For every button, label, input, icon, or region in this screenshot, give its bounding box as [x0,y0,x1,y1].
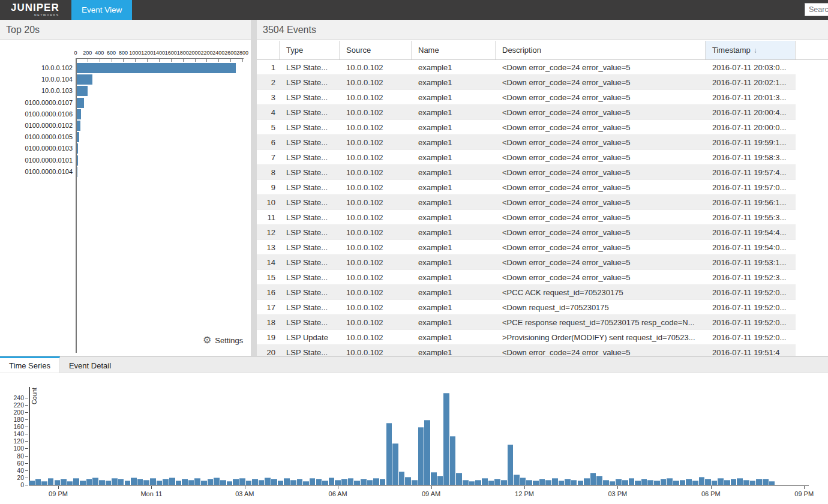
timeseries-bar [239,478,245,485]
cell-name: example1 [412,105,496,119]
column-header-description[interactable]: Description [496,41,706,59]
table-row[interactable]: 16LSP State...10.0.0.102example1<PCC ACK… [257,285,796,300]
table-row[interactable]: 20LSP State...10.0.0.102example1<Down er… [257,345,796,356]
table-row[interactable]: 11LSP State...10.0.0.102example1<Down er… [257,210,796,225]
cell-name: example1 [412,345,496,356]
timeseries-bar [201,481,207,485]
timeseries-bar [176,481,182,485]
nav-tab-event-view[interactable]: Event View [71,0,132,20]
cell-source: 10.0.0.102 [340,225,412,239]
column-header-type[interactable]: Type [280,41,340,59]
cell-source: 10.0.0.102 [340,120,412,134]
table-row[interactable]: 13LSP State...10.0.0.102example1<Down er… [257,240,796,255]
timeseries-bar [469,481,475,485]
cell-description: <Down error_code=24 error_value=5 [496,255,706,269]
timeseries-bar [526,480,532,485]
timeseries-bar [284,478,290,485]
cell-source: 10.0.0.102 [340,300,412,314]
table-row[interactable]: 8LSP State...10.0.0.102example1<Down err… [257,165,796,180]
timeseries-y-tick [25,456,28,457]
table-row[interactable]: 7LSP State...10.0.0.102example1<Down err… [257,150,796,165]
timeseries-y-tick-label: 80 [0,452,24,460]
timeseries-bar [712,481,718,485]
cell-name: example1 [412,300,496,314]
column-header-name[interactable]: Name [412,41,496,59]
cell-type: LSP State... [280,300,340,314]
cell-source: 10.0.0.102 [340,180,412,194]
timeseries-bar [137,479,143,485]
timeseries-y-tick [25,398,28,398]
cell-timestamp: 2016-07-11 19:52:0... [706,300,796,314]
top20-axis-tick [230,58,231,62]
timeseries-bar [463,480,469,485]
cell-name: example1 [412,255,496,269]
top20-category-label: 0100.0000.0104 [0,168,73,175]
timeseries-bar [616,479,622,485]
timeseries-y-tick [25,441,28,442]
timeseries-bar [756,479,762,485]
timeseries-bar [252,479,258,485]
timeseries-x-axis-line [29,485,809,486]
cell-timestamp: 2016-07-11 20:03:0... [706,60,796,74]
cell-name: example1 [412,180,496,194]
cell-description: <Down error_code=24 error_value=5 [496,150,706,164]
column-header-rownum[interactable] [257,41,280,59]
table-row[interactable]: 6LSP State...10.0.0.102example1<Down err… [257,135,796,150]
timeseries-bar [743,480,749,485]
cell-description: <PCE response request_id=705230175 resp_… [496,315,706,329]
tab-event-detail[interactable]: Event Detail [60,356,120,373]
settings-button[interactable]: ⚙ Settings [203,335,243,346]
cell-type: LSP State... [280,180,340,194]
timeseries-bar [233,479,239,485]
table-row[interactable]: 4LSP State...10.0.0.102example1<Down err… [257,105,796,120]
timeseries-y-tick-label: 180 [0,416,24,423]
cell-description: <Down error_code=24 error_value=5 [496,105,706,119]
timeseries-x-tick-label: 03 AM [227,490,263,497]
timeseries-bar [488,481,494,485]
table-row[interactable]: 9LSP State...10.0.0.102example1<Down err… [257,180,796,195]
table-row[interactable]: 17LSP State...10.0.0.102example1<Down re… [257,300,796,315]
table-row[interactable]: 14LSP State...10.0.0.102example1<Down er… [257,255,796,270]
cell-name: example1 [412,120,496,134]
timeseries-bar [227,481,233,485]
table-row[interactable]: 3LSP State...10.0.0.102example1<Down err… [257,90,796,105]
timeseries-bar [143,480,149,485]
table-row[interactable]: 18LSP State...10.0.0.102example1<PCE res… [257,315,796,330]
timeseries-bar [67,481,73,485]
timeseries-x-tick-label: 06 AM [320,490,356,497]
timeseries-bar [596,476,602,485]
timeseries-y-tick-label: 220 [0,401,24,409]
table-row[interactable]: 2LSP State...10.0.0.102example1<Down err… [257,75,796,90]
top20-bar [77,167,77,177]
timeseries-y-tick-label: 240 [0,394,24,401]
top20-panel-title: Top 20s [0,20,251,40]
juniper-logo-text: JUNIPER [11,2,59,13]
cell-type: LSP State... [280,120,340,134]
table-row[interactable]: 1LSP State...10.0.0.102example1<Down err… [257,60,796,75]
column-header-source[interactable]: Source [340,41,412,59]
column-header-timestamp-label: Timestamp [712,46,751,55]
timeseries-bar [182,479,188,485]
timeseries-bar [150,478,156,485]
table-row[interactable]: 15LSP State...10.0.0.102example1<Down er… [257,270,796,285]
table-row[interactable]: 5LSP State...10.0.0.102example1<Down err… [257,120,796,135]
cell-source: 10.0.0.102 [340,165,412,179]
table-row[interactable]: 19LSP Update10.0.0.102example1>Provision… [257,330,796,345]
top20-bar [77,155,78,166]
top20-axis-tick [195,58,196,62]
events-table-body: 1LSP State...10.0.0.102example1<Down err… [257,60,796,356]
table-row[interactable]: 12LSP State...10.0.0.102example1<Down er… [257,225,796,240]
timeseries-x-tick [431,486,432,489]
cell-timestamp: 2016-07-11 19:57:0... [706,180,796,194]
timeseries-bar [194,478,200,485]
cell-rownum: 14 [257,255,280,269]
cell-type: LSP State... [280,240,340,254]
timeseries-bar [341,479,347,485]
cell-description: <Down error_code=24 error_value=5 [496,165,706,179]
cell-source: 10.0.0.102 [340,240,412,254]
column-header-timestamp[interactable]: Timestamp↓ [706,41,796,59]
cell-name: example1 [412,225,496,239]
tab-time-series[interactable]: Time Series [0,356,60,373]
table-row[interactable]: 10LSP State...10.0.0.102example1<Down er… [257,195,796,210]
search-input[interactable] [805,3,828,16]
